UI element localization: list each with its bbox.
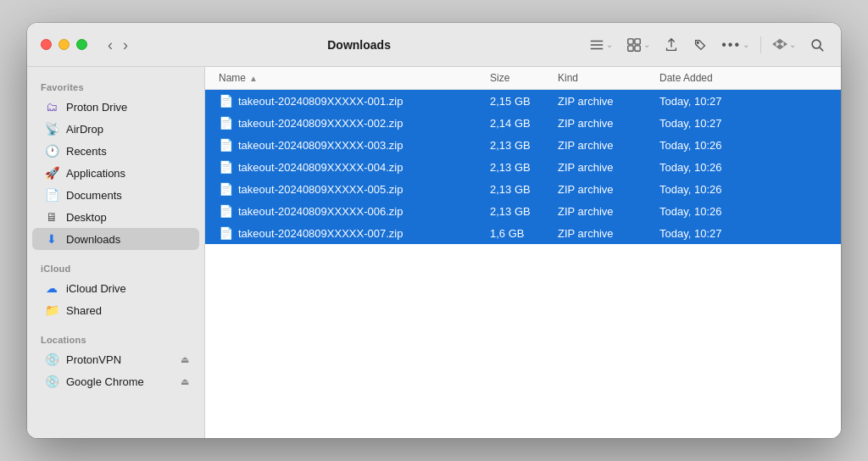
file-cell-name: 📄 takeout-20240809XXXXX-007.zip	[219, 226, 490, 240]
sidebar-item-icloud-drive-label: iCloud Drive	[66, 282, 126, 295]
zip-file-icon: 📄	[219, 116, 233, 130]
svg-rect-5	[628, 45, 633, 50]
titlebar: ‹ › Downloads ⌄ ⌄	[27, 23, 841, 67]
sidebar-item-airdrop[interactable]: 📡 AirDrop	[32, 118, 199, 140]
sidebar-item-desktop-label: Desktop	[66, 211, 107, 224]
sidebar-item-applications[interactable]: 🚀 Applications	[32, 162, 199, 184]
main-content: Name ▲ Size Kind Date Added 📄 takeout-20…	[205, 67, 841, 438]
close-button[interactable]	[41, 39, 52, 50]
proton-drive-icon: 🗂	[44, 100, 59, 114]
file-cell-name: 📄 takeout-20240809XXXXX-006.zip	[219, 204, 490, 218]
share-button[interactable]	[661, 35, 682, 55]
zip-file-icon: 📄	[219, 138, 233, 152]
svg-rect-3	[628, 38, 633, 43]
file-name: takeout-20240809XXXXX-001.zip	[238, 95, 403, 108]
sidebar-item-airdrop-label: AirDrop	[66, 123, 103, 136]
sidebar-item-desktop[interactable]: 🖥 Desktop	[32, 206, 199, 228]
file-kind: ZIP archive	[558, 139, 659, 152]
svg-point-7	[698, 42, 699, 43]
table-row[interactable]: 📄 takeout-20240809XXXXX-002.zip 2,14 GB …	[205, 112, 841, 134]
grid-view-button[interactable]: ⌄	[624, 35, 653, 55]
finder-window: ‹ › Downloads ⌄ ⌄	[27, 23, 841, 438]
file-list: 📄 takeout-20240809XXXXX-001.zip 2,15 GB …	[205, 90, 841, 438]
sidebar-item-protonvpn[interactable]: 💿 ProtonVPN ⏏	[32, 348, 199, 370]
fullscreen-button[interactable]	[76, 39, 87, 50]
table-row[interactable]: 📄 takeout-20240809XXXXX-006.zip 2,13 GB …	[205, 200, 841, 222]
airdrop-icon: 📡	[44, 122, 59, 136]
tag-button[interactable]	[690, 35, 710, 55]
window-body: Favorites 🗂 Proton Drive 📡 AirDrop 🕐 Rec…	[27, 67, 841, 438]
protonvpn-eject-button[interactable]: ⏏	[181, 354, 189, 365]
search-button[interactable]	[807, 35, 827, 55]
sidebar-item-shared[interactable]: 📁 Shared	[32, 299, 199, 321]
google-chrome-icon: 💿	[44, 375, 59, 388]
dropbox-button[interactable]: ⌄	[770, 35, 798, 55]
applications-icon: 🚀	[44, 166, 59, 180]
file-kind: ZIP archive	[558, 227, 659, 240]
sidebar-item-icloud-drive[interactable]: ☁ iCloud Drive	[32, 277, 199, 299]
file-size: 2,13 GB	[490, 139, 558, 152]
file-cell-name: 📄 takeout-20240809XXXXX-003.zip	[219, 138, 490, 152]
sidebar-item-recents-label: Recents	[66, 145, 107, 158]
column-size[interactable]: Size	[490, 72, 558, 84]
column-name[interactable]: Name ▲	[219, 72, 490, 84]
sidebar-item-proton-drive-label: Proton Drive	[66, 101, 127, 114]
file-cell-name: 📄 takeout-20240809XXXXX-005.zip	[219, 182, 490, 196]
zip-file-icon: 📄	[219, 204, 233, 218]
icloud-drive-icon: ☁	[44, 281, 59, 295]
table-row[interactable]: 📄 takeout-20240809XXXXX-005.zip 2,13 GB …	[205, 178, 841, 200]
more-button[interactable]: ••• ⌄	[719, 35, 752, 55]
file-date: Today, 10:26	[659, 161, 827, 174]
column-header: Name ▲ Size Kind Date Added	[205, 67, 841, 90]
toolbar-divider	[760, 36, 761, 53]
sidebar-item-downloads[interactable]: ⬇ Downloads	[32, 228, 199, 250]
minimize-button[interactable]	[58, 39, 70, 50]
zip-file-icon: 📄	[219, 160, 233, 174]
toolbar: ⌄ ⌄	[587, 35, 827, 55]
traffic-lights	[41, 39, 87, 50]
table-row[interactable]: 📄 takeout-20240809XXXXX-004.zip 2,13 GB …	[205, 156, 841, 178]
table-row[interactable]: 📄 takeout-20240809XXXXX-003.zip 2,13 GB …	[205, 134, 841, 156]
forward-button[interactable]: ›	[120, 36, 131, 54]
favorites-section-label: Favorites	[27, 77, 204, 96]
file-size: 2,13 GB	[490, 205, 558, 218]
sidebar-item-shared-label: Shared	[66, 304, 102, 317]
file-name: takeout-20240809XXXXX-007.zip	[238, 227, 403, 240]
file-kind: ZIP archive	[558, 117, 659, 130]
column-kind[interactable]: Kind	[558, 72, 659, 84]
file-date: Today, 10:27	[659, 117, 827, 130]
back-button[interactable]: ‹	[104, 36, 116, 54]
sidebar-item-protonvpn-label: ProtonVPN	[66, 353, 121, 366]
recents-icon: 🕐	[44, 144, 59, 158]
protonvpn-icon: 💿	[44, 353, 59, 366]
table-row[interactable]: 📄 takeout-20240809XXXXX-007.zip 1,6 GB Z…	[205, 222, 841, 244]
shared-icon: 📁	[44, 303, 59, 317]
svg-rect-4	[635, 38, 640, 43]
sidebar-item-google-chrome[interactable]: 💿 Google Chrome ⏏	[32, 370, 199, 392]
icloud-section-label: iCloud	[27, 258, 204, 277]
file-date: Today, 10:26	[659, 205, 827, 218]
file-kind: ZIP archive	[558, 161, 659, 174]
file-cell-name: 📄 takeout-20240809XXXXX-001.zip	[219, 94, 490, 108]
google-chrome-eject-button[interactable]: ⏏	[181, 376, 189, 387]
zip-file-icon: 📄	[219, 182, 233, 196]
zip-file-icon: 📄	[219, 94, 233, 108]
sidebar-item-recents[interactable]: 🕐 Recents	[32, 140, 199, 162]
table-row[interactable]: 📄 takeout-20240809XXXXX-001.zip 2,15 GB …	[205, 90, 841, 112]
svg-rect-6	[635, 45, 640, 50]
file-size: 2,13 GB	[490, 161, 558, 174]
sidebar-item-applications-label: Applications	[66, 167, 125, 180]
file-name: takeout-20240809XXXXX-004.zip	[238, 161, 403, 174]
column-date[interactable]: Date Added	[659, 72, 827, 84]
file-kind: ZIP archive	[558, 183, 659, 196]
file-date: Today, 10:26	[659, 183, 827, 196]
file-date: Today, 10:27	[659, 227, 827, 240]
sidebar-item-downloads-label: Downloads	[66, 233, 120, 246]
list-view-button[interactable]: ⌄	[587, 35, 615, 55]
sidebar-item-proton-drive[interactable]: 🗂 Proton Drive	[32, 96, 199, 118]
file-size: 1,6 GB	[490, 227, 558, 240]
sidebar-item-documents-label: Documents	[66, 189, 122, 202]
file-size: 2,14 GB	[490, 117, 558, 130]
locations-section-label: Locations	[27, 330, 204, 348]
sidebar-item-documents[interactable]: 📄 Documents	[32, 184, 199, 206]
